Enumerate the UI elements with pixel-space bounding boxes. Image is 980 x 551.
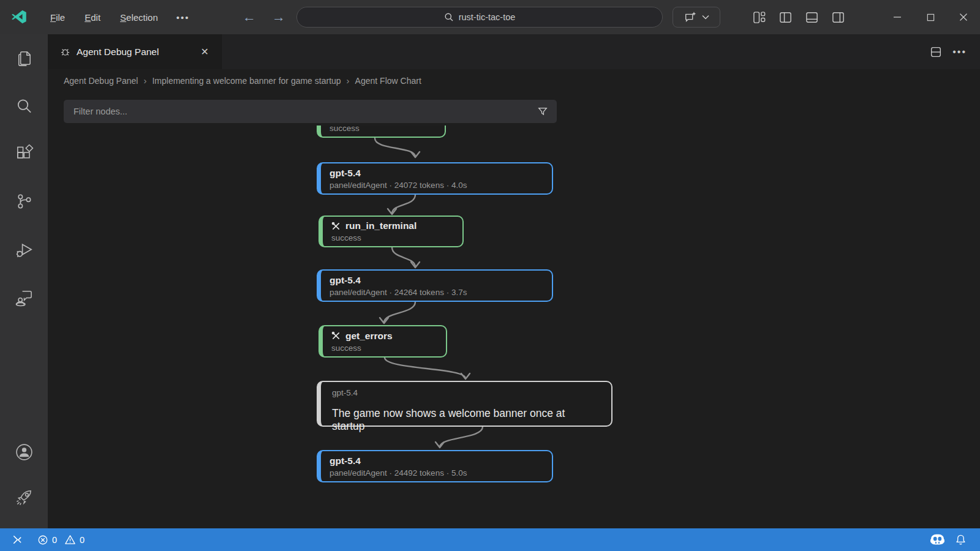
history-nav: ← → bbox=[239, 0, 289, 34]
source-control-icon bbox=[15, 192, 33, 211]
search-value: rust-tic-tac-toe bbox=[459, 12, 516, 22]
minimize-button[interactable] bbox=[881, 0, 914, 34]
flow-node-get-errors[interactable]: get_errors success bbox=[318, 325, 447, 358]
sidebar-item-explorer[interactable] bbox=[0, 34, 48, 82]
error-icon bbox=[37, 534, 48, 545]
menu-selection[interactable]: Selection bbox=[110, 9, 168, 26]
breadcrumb: Agent Debug Panel › Implementing a welco… bbox=[48, 69, 980, 92]
more-actions-icon[interactable]: ••• bbox=[952, 47, 967, 58]
breadcrumb-item-task[interactable]: Implementing a welcome banner for game s… bbox=[152, 76, 341, 86]
tab-strip: Agent Debug Panel ✕ ••• bbox=[48, 34, 980, 69]
files-icon bbox=[15, 49, 34, 68]
agent-flow-chart: success gpt-5.4 panel/editAgent · 24072 … bbox=[48, 126, 980, 528]
copilot-chat-button[interactable] bbox=[673, 7, 720, 28]
filter-bar bbox=[48, 92, 980, 126]
activity-bar bbox=[0, 34, 48, 528]
menu-edit[interactable]: Edit bbox=[75, 9, 110, 26]
menu-overflow-button[interactable]: ••• bbox=[168, 9, 198, 26]
breadcrumb-item-root[interactable]: Agent Debug Panel bbox=[64, 76, 138, 86]
forward-arrow-icon[interactable]: → bbox=[268, 9, 289, 25]
window-controls bbox=[881, 0, 980, 34]
error-count: 0 bbox=[52, 535, 57, 545]
flow-node-partial-success[interactable]: success bbox=[317, 126, 446, 138]
chat-sparkle-icon bbox=[684, 10, 697, 24]
chevron-down-icon bbox=[702, 15, 709, 20]
maximize-button[interactable] bbox=[914, 0, 947, 34]
node-subtitle: panel/editAgent · 24264 tokens · 3.7s bbox=[330, 288, 543, 297]
status-bar-right bbox=[925, 534, 980, 545]
account-icon bbox=[14, 442, 34, 462]
sidebar-item-chat[interactable] bbox=[0, 273, 48, 321]
command-center-search[interactable]: rust-tic-tac-toe bbox=[296, 7, 663, 28]
tools-icon bbox=[331, 331, 341, 340]
copilot-status[interactable] bbox=[925, 534, 950, 545]
chevron-right-icon: › bbox=[143, 75, 146, 86]
activity-bar-spacer bbox=[0, 321, 48, 429]
breadcrumb-item-view[interactable]: Agent Flow Chart bbox=[355, 76, 421, 86]
node-subtitle: panel/editAgent · 24492 tokens · 5.0s bbox=[330, 468, 543, 478]
node-title: gpt-5.4 bbox=[330, 455, 543, 467]
back-arrow-icon[interactable]: ← bbox=[239, 9, 260, 25]
status-bar: 0 0 bbox=[0, 528, 980, 551]
menu-file[interactable]: File bbox=[40, 9, 75, 26]
node-status: success bbox=[330, 126, 436, 133]
flow-node-final-message[interactable]: gpt-5.4 The game now shows a welcome ban… bbox=[317, 381, 612, 427]
bug-icon bbox=[60, 47, 70, 57]
remote-indicator[interactable] bbox=[0, 528, 32, 551]
title-bar: File Edit Selection ••• ← → rust-tic-tac… bbox=[0, 0, 980, 34]
rocket-icon bbox=[15, 488, 34, 507]
node-title: get_errors bbox=[345, 331, 393, 342]
tab-label: Agent Debug Panel bbox=[77, 47, 191, 58]
copilot-icon bbox=[930, 534, 945, 545]
menu-bar: File Edit Selection ••• bbox=[40, 0, 198, 34]
node-title: gpt-5.4 bbox=[330, 168, 543, 179]
filter-funnel-icon[interactable] bbox=[537, 106, 548, 117]
node-status: success bbox=[331, 343, 437, 353]
node-title: run_in_terminal bbox=[345, 220, 417, 231]
sidebar-item-search[interactable] bbox=[0, 82, 48, 130]
notifications-bell[interactable] bbox=[950, 534, 971, 545]
sidebar-item-extensions[interactable] bbox=[0, 130, 48, 178]
node-title: gpt-5.4 bbox=[330, 275, 543, 286]
extensions-icon bbox=[15, 144, 34, 163]
node-message: The game now shows a welcome banner once… bbox=[332, 407, 600, 433]
chevron-right-icon: › bbox=[347, 75, 350, 86]
sidebar-item-source-control[interactable] bbox=[0, 178, 48, 225]
remote-icon bbox=[11, 534, 23, 545]
chat-person-icon bbox=[15, 288, 34, 307]
editor-actions: ••• bbox=[929, 34, 980, 69]
tab-agent-debug-panel[interactable]: Agent Debug Panel ✕ bbox=[48, 34, 222, 69]
search-icon bbox=[15, 97, 34, 116]
editor-area: Agent Debug Panel ✕ ••• Agent Debug Pane… bbox=[48, 34, 980, 528]
sidebar-item-account[interactable] bbox=[0, 429, 48, 474]
flow-node-llm-call-2[interactable]: gpt-5.4 panel/editAgent · 24264 tokens ·… bbox=[317, 269, 553, 302]
node-model-label: gpt-5.4 bbox=[332, 388, 600, 397]
tab-strip-empty bbox=[222, 34, 929, 69]
sidebar-item-rocket[interactable] bbox=[0, 474, 48, 520]
flow-node-run-in-terminal[interactable]: run_in_terminal success bbox=[318, 216, 464, 247]
sidebar-item-run-debug[interactable] bbox=[0, 225, 48, 273]
flow-node-llm-call-3[interactable]: gpt-5.4 panel/editAgent · 24492 tokens ·… bbox=[317, 450, 553, 482]
node-status: success bbox=[331, 233, 454, 242]
search-icon bbox=[444, 12, 454, 22]
toggle-secondary-sidebar-icon[interactable] bbox=[831, 10, 845, 24]
flow-node-llm-call-1[interactable]: gpt-5.4 panel/editAgent · 24072 tokens ·… bbox=[317, 162, 553, 195]
warning-icon bbox=[64, 534, 76, 545]
filter-nodes-input[interactable] bbox=[72, 106, 531, 117]
tab-close-icon[interactable]: ✕ bbox=[197, 45, 213, 59]
vscode-logo-icon bbox=[11, 9, 28, 25]
tools-icon bbox=[331, 222, 341, 231]
toggle-primary-sidebar-icon[interactable] bbox=[778, 10, 793, 24]
close-window-button[interactable] bbox=[947, 0, 980, 34]
warning-count: 0 bbox=[80, 535, 85, 545]
problems-indicator[interactable]: 0 0 bbox=[32, 528, 89, 551]
node-subtitle: panel/editAgent · 24072 tokens · 4.0s bbox=[330, 181, 543, 190]
debug-play-icon bbox=[15, 240, 34, 259]
split-editor-icon[interactable] bbox=[929, 45, 943, 59]
customize-layout-icon[interactable] bbox=[752, 10, 766, 24]
layout-controls bbox=[752, 0, 845, 34]
filter-input-wrap bbox=[64, 100, 557, 123]
toggle-panel-icon[interactable] bbox=[805, 10, 819, 24]
bell-icon bbox=[955, 534, 967, 545]
